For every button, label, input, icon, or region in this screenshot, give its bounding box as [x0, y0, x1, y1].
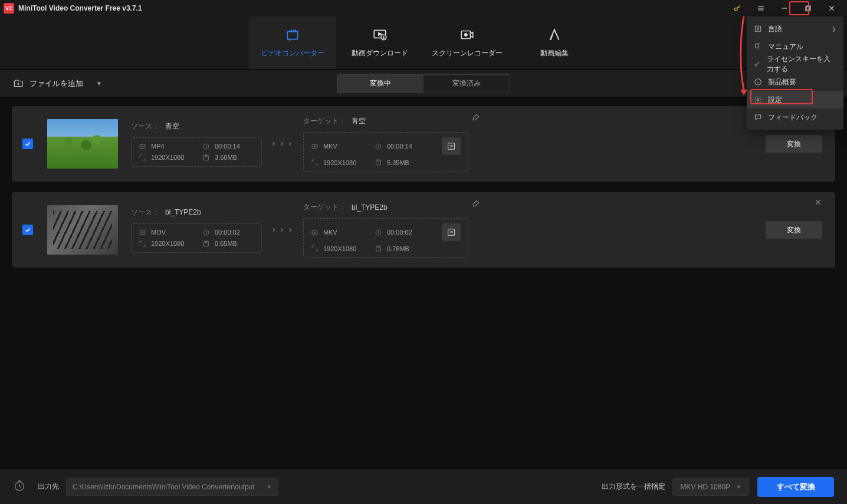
- target-name: bl_TYPE2b: [352, 203, 388, 212]
- schedule-icon[interactable]: [13, 479, 26, 495]
- target-stats: MKV 00:00:14 1920X1080 5.35MB: [303, 132, 468, 172]
- target-resolution: 1920X1080: [323, 159, 356, 166]
- menu-manual[interactable]: マニュアル: [747, 38, 843, 55]
- source-label: ソース：: [131, 121, 159, 131]
- source-name: 青空: [165, 121, 179, 131]
- format-select[interactable]: MKV HD 1080P ▼: [672, 478, 749, 496]
- format-value: MKV HD 1080P: [680, 483, 730, 491]
- thumbnail: [47, 119, 118, 169]
- source-resolution: 1920X1080: [151, 240, 184, 247]
- chevron-down-icon[interactable]: ▼: [94, 80, 104, 87]
- tab-label: 動画編集: [540, 48, 569, 58]
- edit-title-icon[interactable]: [472, 113, 480, 123]
- target-stats: MKV 00:00:02 1920X1080 0.76MB: [303, 218, 468, 258]
- tab-label: スクリーンレコーダー: [432, 48, 503, 58]
- tab-screen-recorder[interactable]: スクリーンレコーダー: [424, 17, 511, 69]
- status-segment: 変換中 変換済み: [337, 74, 510, 93]
- output-path-select[interactable]: C:\Users\lizlu\Documents\MiniTool Video …: [66, 478, 278, 496]
- source-format: MP4: [151, 143, 165, 150]
- svg-rect-11: [312, 144, 317, 149]
- thumbnail: [47, 205, 118, 255]
- add-file-button[interactable]: ファイルを追加 ▼: [13, 78, 104, 89]
- convert-all-button[interactable]: すべて変換: [757, 477, 834, 497]
- svg-rect-14: [376, 160, 381, 165]
- chevron-down-icon: ▼: [267, 484, 272, 490]
- source-name: bl_TYPE2b: [165, 208, 201, 216]
- source-format: MOV: [151, 229, 166, 236]
- svg-rect-21: [376, 246, 381, 251]
- arrow-icon: [270, 226, 295, 234]
- svg-point-0: [734, 8, 737, 11]
- menu-language[interactable]: 言語❯: [747, 20, 843, 38]
- source-duration: 00:00:02: [215, 229, 240, 236]
- task-row: ソース：青空 MP4 00:00:14 1920X1080 3.68MB ターゲ…: [12, 106, 835, 182]
- target-format: MKV: [323, 229, 337, 236]
- minimize-icon[interactable]: [773, 0, 796, 17]
- chevron-right-icon: ❯: [832, 26, 836, 32]
- hamburger-icon[interactable]: [749, 0, 773, 17]
- menu-feedback[interactable]: フィードバック: [747, 108, 843, 126]
- segment-converted[interactable]: 変換済み: [424, 75, 510, 93]
- menu-license[interactable]: ライセンスキーを入力する: [747, 55, 843, 73]
- key-icon[interactable]: [725, 0, 749, 17]
- target-settings-button[interactable]: [442, 137, 461, 155]
- add-file-label: ファイルを追加: [29, 78, 83, 89]
- svg-rect-15: [140, 230, 145, 235]
- task-row: ソース：bl_TYPE2b MOV 00:00:02 1920X1080 0.6…: [12, 192, 835, 268]
- app-title: MiniTool Video Converter Free v3.7.1: [18, 4, 142, 12]
- target-duration: 00:00:14: [387, 143, 412, 150]
- tab-label: 動画ダウンロード: [352, 48, 408, 58]
- svg-point-24: [755, 64, 757, 67]
- maximize-icon[interactable]: [796, 0, 820, 17]
- svg-rect-18: [312, 230, 317, 235]
- arrow-icon: [270, 140, 295, 148]
- output-label: 出力先: [38, 482, 59, 492]
- target-size: 0.76MB: [387, 245, 409, 252]
- target-resolution: 1920X1080: [323, 245, 356, 252]
- target-duration: 00:00:02: [387, 229, 412, 236]
- module-tabs: ビデオコンバーター 動画ダウンロード スクリーンレコーダー 動画編集: [0, 17, 847, 70]
- svg-point-26: [757, 98, 759, 101]
- svg-rect-3: [287, 32, 297, 39]
- bottom-bar: 出力先 C:\Users\lizlu\Documents\MiniTool Vi…: [0, 469, 847, 504]
- menu-about[interactable]: 製品概要: [747, 73, 843, 91]
- chevron-down-icon: ▼: [736, 484, 741, 490]
- main-menu: 言語❯ マニュアル ライセンスキーを入力する 製品概要 設定 フィードバック: [747, 17, 843, 130]
- remove-icon[interactable]: [814, 198, 822, 209]
- menu-settings[interactable]: 設定: [747, 91, 843, 108]
- target-size: 5.35MB: [387, 159, 409, 166]
- output-path: C:\Users\lizlu\Documents\MiniTool Video …: [73, 483, 255, 491]
- subbar: ファイルを追加 ▼ 変換中 変換済み: [0, 70, 847, 98]
- svg-rect-10: [204, 155, 209, 160]
- tab-video-editor[interactable]: 動画編集: [511, 17, 598, 69]
- source-size: 0.65MB: [215, 240, 237, 247]
- source-resolution: 1920X1080: [151, 154, 184, 161]
- svg-rect-17: [204, 241, 209, 246]
- edit-title-icon[interactable]: [472, 199, 480, 209]
- convert-button[interactable]: 変換: [766, 221, 822, 239]
- source-stats: MOV 00:00:02 1920X1080 0.65MB: [131, 223, 262, 253]
- target-settings-button[interactable]: [442, 223, 461, 241]
- source-label: ソース：: [131, 207, 159, 218]
- convert-button[interactable]: 変換: [766, 135, 822, 153]
- target-format: MKV: [323, 143, 337, 150]
- format-label: 出力形式を一括指定: [602, 482, 665, 492]
- source-size: 3.68MB: [215, 154, 237, 161]
- target-label: ターゲット：: [303, 116, 346, 126]
- close-icon[interactable]: [820, 0, 843, 17]
- task-list: ソース：青空 MP4 00:00:14 1920X1080 3.68MB ターゲ…: [0, 98, 847, 286]
- tab-video-download[interactable]: 動画ダウンロード: [336, 17, 424, 69]
- svg-point-7: [465, 34, 467, 36]
- checkbox[interactable]: [22, 139, 33, 149]
- source-stats: MP4 00:00:14 1920X1080 3.68MB: [131, 137, 262, 167]
- segment-converting[interactable]: 変換中: [337, 75, 424, 93]
- titlebar: VC MiniTool Video Converter Free v3.7.1: [0, 0, 847, 17]
- app-logo: VC: [4, 3, 14, 14]
- checkbox[interactable]: [22, 225, 33, 235]
- svg-rect-8: [140, 144, 145, 149]
- target-name: 青空: [352, 116, 366, 126]
- tab-video-converter[interactable]: ビデオコンバーター: [249, 17, 336, 69]
- tab-label: ビデオコンバーター: [261, 48, 324, 58]
- target-label: ターゲット：: [303, 202, 346, 212]
- source-duration: 00:00:14: [215, 143, 240, 150]
